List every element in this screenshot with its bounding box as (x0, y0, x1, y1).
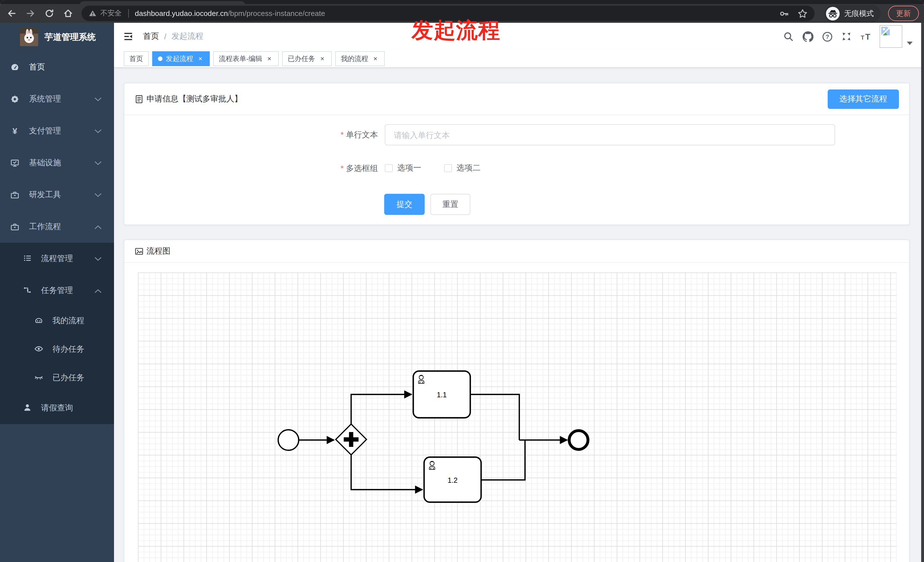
sidebar-item-system[interactable]: 系统管理 (0, 83, 114, 115)
tab-my-process[interactable]: 我的流程 × (335, 51, 385, 66)
sidebar-item-my-process[interactable]: 我的流程 (0, 307, 114, 335)
card-title: 流程图 (135, 246, 170, 256)
header-github-button[interactable] (802, 31, 813, 42)
fold-menu-icon (123, 31, 134, 42)
task-label: 1.2 (448, 476, 458, 484)
field-label-single-line: *单行文本 (264, 130, 378, 140)
bpmn-parallel-gateway (336, 424, 366, 455)
svg-text:T: T (861, 34, 864, 41)
omnibox-divider (128, 9, 129, 18)
eye-icon (34, 344, 44, 355)
sidebar-fold-button[interactable] (123, 31, 134, 42)
checkbox-label-2[interactable]: 选项二 (457, 163, 480, 173)
chevron-down-icon (94, 129, 102, 133)
bpmn-canvas: 1.1 1.2 (138, 273, 897, 562)
user-avatar[interactable] (879, 25, 902, 48)
checkbox-group: 选项一 选项二 (385, 163, 480, 173)
sidebar-item-workflow[interactable]: 工作流程 (0, 211, 114, 243)
browser-forward-button[interactable] (23, 6, 38, 21)
switch-process-button[interactable]: 选择其它流程 (828, 89, 899, 109)
flow-task2-join (481, 440, 525, 480)
sidebar-item-leave-query[interactable]: 请假查询 (0, 392, 114, 424)
robot-face-icon (34, 315, 44, 326)
fullscreen-icon (842, 31, 852, 42)
breadcrumb: 首页 / 发起流程 (143, 31, 204, 42)
browser-back-button[interactable] (4, 6, 19, 21)
task-label: 1.1 (437, 391, 447, 399)
chevron-down-icon (94, 193, 102, 197)
help-icon: ? (822, 31, 832, 42)
avatar-dropdown-caret[interactable] (907, 42, 913, 45)
svg-text:?: ? (825, 33, 829, 40)
bpmn-start-event (278, 430, 299, 450)
close-tab-icon[interactable]: × (196, 55, 204, 62)
process-diagram-card: 流程图 (124, 240, 910, 562)
tab-home[interactable]: 首页 (124, 51, 149, 66)
sidebar-item-home[interactable]: 首页 (0, 51, 114, 83)
sidebar-item-todo-tasks[interactable]: 待办任务 (0, 335, 114, 364)
active-tab-curve (80, 1, 245, 4)
sidebar-item-done-tasks[interactable]: 已办任务 (0, 364, 114, 392)
bpmn-user-task-2: 1.2 (424, 457, 481, 502)
toolbox-icon (10, 190, 20, 199)
browser-home-button[interactable] (60, 6, 75, 21)
flow-gateway-to-task1 (351, 394, 411, 425)
required-asterisk: * (340, 130, 344, 139)
incognito-label: 无痕模式 (844, 8, 874, 18)
browser-window: 不安全 dashboard.yudao.iocoder.cn /bpm/proc… (0, 0, 924, 562)
not-secure-label[interactable]: 不安全 (100, 9, 122, 18)
chevron-up-icon (94, 289, 102, 293)
chevron-down-icon (94, 161, 102, 165)
header-fullscreen-button[interactable] (841, 31, 852, 42)
url-path[interactable]: /bpm/process-instance/create (228, 9, 325, 18)
breadcrumb-home[interactable]: 首页 (143, 31, 159, 42)
forward-icon (26, 9, 35, 18)
app-title: 芋道管理系统 (45, 31, 96, 42)
logo-rabbit-image (20, 28, 38, 46)
eye-closed-icon (34, 373, 44, 383)
svg-text:T: T (865, 32, 870, 41)
tab-form-edit[interactable]: 流程表单-编辑 × (213, 51, 279, 66)
single-line-text-input[interactable] (385, 124, 835, 145)
broken-image-icon (880, 26, 891, 36)
header-search-button[interactable] (783, 31, 794, 42)
close-tab-icon[interactable]: × (372, 55, 379, 62)
bookmark-star-button[interactable] (798, 8, 808, 18)
incognito-badge: 无痕模式 (824, 5, 880, 22)
bpmn-diagram: 1.1 1.2 (138, 273, 897, 562)
home-icon (63, 9, 73, 18)
header-help-button[interactable]: ? (821, 31, 833, 42)
tab-done-tasks[interactable]: 已办任务 × (282, 51, 332, 66)
sidebar-item-process-management[interactable]: 流程管理 (0, 243, 114, 275)
chevron-up-icon (94, 225, 102, 229)
checkbox-option-1[interactable] (385, 164, 393, 172)
browser-reload-button[interactable] (42, 6, 56, 21)
checkbox-label-1[interactable]: 选项一 (397, 163, 421, 173)
sidebar-item-dev-tools[interactable]: 研发工具 (0, 179, 114, 211)
sidebar-item-payment[interactable]: ¥ 支付管理 (0, 115, 114, 147)
sidebar-item-task-management[interactable]: 任务管理 (0, 275, 114, 307)
picture-icon (135, 247, 144, 256)
checkbox-option-2[interactable] (444, 164, 452, 172)
incognito-icon (826, 6, 840, 20)
browser-update-button[interactable]: 更新 (888, 6, 919, 21)
close-tab-icon[interactable]: × (319, 55, 326, 62)
flow-gateway-to-task2 (351, 454, 422, 490)
app-logo[interactable]: 芋道管理系统 (0, 23, 114, 51)
chevron-down-icon (94, 97, 102, 102)
flow-task1-join (470, 394, 519, 440)
submit-button[interactable]: 提交 (384, 194, 424, 215)
process-form: *单行文本 *多选框组 选项一 选项二 提交 重置 (124, 115, 909, 225)
url-host[interactable]: dashboard.yudao.iocoder.cn (135, 9, 228, 18)
password-key-button[interactable] (779, 8, 789, 18)
sidebar-item-infrastructure[interactable]: 基础设施 (0, 147, 114, 179)
top-header: 首页 / 发起流程 ? TT (114, 23, 924, 50)
monitor-icon (10, 159, 20, 168)
tab-start-process[interactable]: 发起流程 × (152, 51, 210, 66)
font-size-icon: TT (860, 31, 872, 42)
tags-view-bar: 首页 发起流程 × 流程表单-编辑 × 已办任务 × 我的流程 × (114, 50, 924, 68)
header-font-size-button[interactable]: TT (860, 31, 872, 42)
close-tab-icon[interactable]: × (266, 55, 273, 62)
list-tree-icon (23, 253, 32, 264)
reset-button[interactable]: 重置 (430, 194, 470, 215)
